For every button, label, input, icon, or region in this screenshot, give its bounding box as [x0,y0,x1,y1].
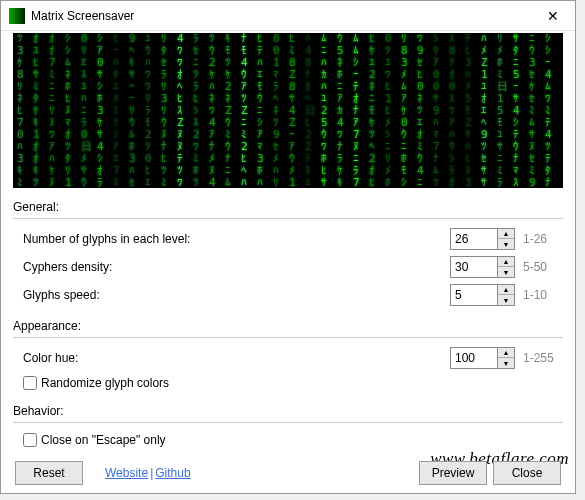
glyphs-spinner[interactable]: ▲▼ [450,228,515,250]
divider [13,218,563,219]
speed-input[interactable] [450,284,498,306]
divider [13,422,563,423]
randomize-label: Randomize glyph colors [41,376,169,390]
chevron-down-icon[interactable]: ▼ [498,358,514,368]
general-label: General: [13,196,563,216]
appearance-label: Appearance: [13,315,563,335]
speed-spinner[interactable]: ▲▼ [450,284,515,306]
glyphs-label: Number of glyphs in each level: [23,232,450,246]
chevron-down-icon[interactable]: ▼ [498,267,514,277]
chevron-up-icon[interactable]: ▲ [498,285,514,295]
titlebar: Matrix Screensaver ✕ [1,1,575,31]
hue-input[interactable] [450,347,498,369]
github-link[interactable]: Github [155,466,190,480]
preview-button[interactable]: Preview [419,461,487,485]
escape-checkbox[interactable] [23,433,37,447]
spin-buttons[interactable]: ▲▼ [498,228,515,250]
density-hint: 5-50 [523,260,563,274]
chevron-down-icon[interactable]: ▼ [498,239,514,249]
density-row: Cyphers density: ▲▼ 5-50 [13,253,563,281]
density-input[interactable] [450,256,498,278]
speed-label: Glyphs speed: [23,288,450,302]
spin-buttons[interactable]: ▲▼ [498,256,515,278]
glyphs-hint: 1-26 [523,232,563,246]
close-button[interactable]: Close [493,461,561,485]
chevron-up-icon[interactable]: ▲ [498,229,514,239]
spin-buttons[interactable]: ▲▼ [498,284,515,306]
website-link[interactable]: Website [105,466,148,480]
close-icon[interactable]: ✕ [531,1,575,31]
randomize-row: Randomize glyph colors [13,372,563,394]
speed-hint: 1-10 [523,288,563,302]
glyphs-row: Number of glyphs in each level: ▲▼ 1-26 [13,225,563,253]
hue-label: Color hue: [23,351,450,365]
speed-row: Glyphs speed: ▲▼ 1-10 [13,281,563,309]
hue-spinner[interactable]: ▲▼ [450,347,515,369]
escape-row: Close on "Escape" only [13,429,563,451]
divider [13,337,563,338]
behavior-label: Behavior: [13,400,563,420]
buttonbar: Reset Website|Github Preview Close [1,461,575,485]
density-label: Cyphers density: [23,260,450,274]
chevron-up-icon[interactable]: ▲ [498,348,514,358]
randomize-checkbox[interactable] [23,376,37,390]
hue-hint: 1-255 [523,351,563,365]
window-title: Matrix Screensaver [31,9,531,23]
glyphs-input[interactable] [450,228,498,250]
content-area: ﾂ 3 ｹ 8 ﾘ ﾈ ﾋ 7 0 ﾊ 3 ｷ ﾐ ｵ ﾕ ﾋ ｻ ﾐ ﾀ ｹ … [1,33,575,451]
chevron-up-icon[interactable]: ▲ [498,257,514,267]
escape-label: Close on "Escape" only [41,433,166,447]
matrix-preview: ﾂ 3 ｹ 8 ﾘ ﾈ ﾋ 7 0 ﾊ 3 ｷ ﾐ ｵ ﾕ ﾋ ｻ ﾐ ﾀ ｹ … [13,33,563,188]
links: Website|Github [105,466,191,480]
spin-buttons[interactable]: ▲▼ [498,347,515,369]
app-icon [9,8,25,24]
dialog-window: Matrix Screensaver ✕ ﾂ 3 ｹ 8 ﾘ ﾈ ﾋ 7 0 ﾊ… [0,0,576,494]
density-spinner[interactable]: ▲▼ [450,256,515,278]
reset-button[interactable]: Reset [15,461,83,485]
hue-row: Color hue: ▲▼ 1-255 [13,344,563,372]
chevron-down-icon[interactable]: ▼ [498,295,514,305]
